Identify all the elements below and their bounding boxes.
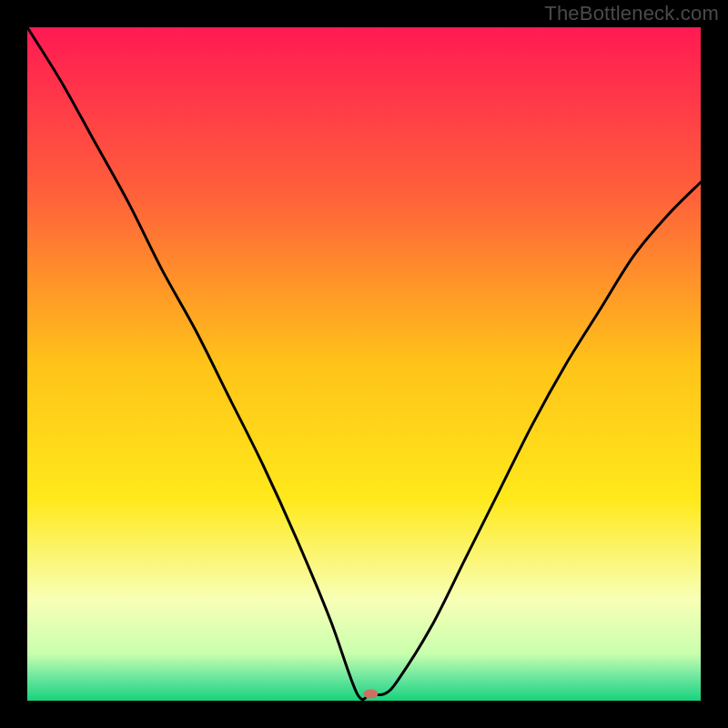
watermark-text: TheBottleneck.com [544, 2, 719, 25]
gradient-background [27, 27, 701, 701]
chart-frame: TheBottleneck.com [0, 0, 728, 728]
chart-plot-area [27, 27, 701, 701]
optimal-point-marker [363, 690, 378, 699]
chart-svg [27, 27, 701, 701]
